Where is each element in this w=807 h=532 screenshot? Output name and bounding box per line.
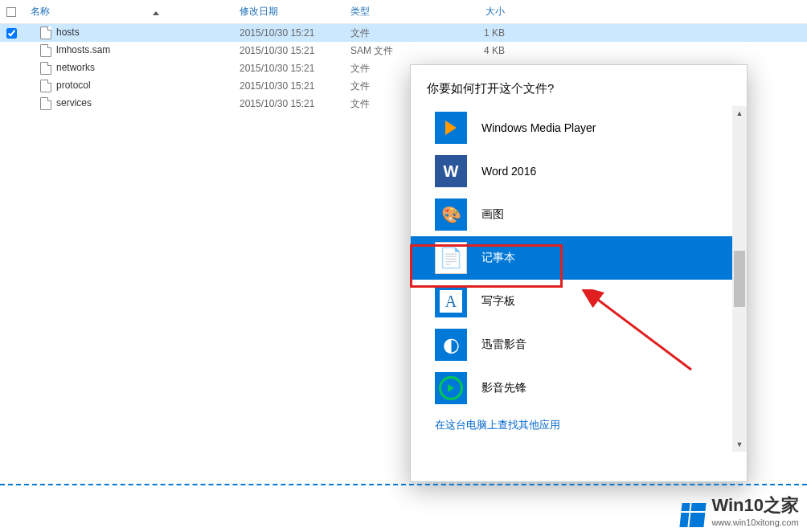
decorative-divider: [0, 484, 807, 485]
app-item[interactable]: Windows Media Player: [411, 106, 747, 149]
file-checkbox[interactable]: [6, 28, 17, 39]
scroll-down-arrow[interactable]: ▼: [732, 437, 747, 452]
file-icon: [40, 44, 51, 57]
file-name: hosts: [56, 27, 80, 38]
file-date: 2015/10/30 15:21: [240, 80, 344, 92]
app-label: 记事本: [481, 251, 515, 265]
app-list: Windows Media Player W Word 2016 画图 记事本 …: [411, 106, 747, 452]
file-name: protocol: [56, 80, 91, 91]
file-name: lmhosts.sam: [56, 44, 110, 55]
column-header-name[interactable]: 名称: [23, 5, 240, 18]
file-row[interactable]: hosts 2015/10/30 15:21 文件 1 KB: [0, 24, 807, 42]
app-label: Word 2016: [481, 165, 536, 178]
file-name: networks: [56, 62, 95, 73]
file-icon: [40, 80, 51, 92]
column-header-size[interactable]: 大小: [424, 5, 513, 18]
word-icon: W: [435, 155, 467, 187]
wordpad-icon: [435, 285, 467, 317]
windows-logo-icon: [680, 503, 707, 527]
app-label: 迅雷影音: [481, 338, 526, 352]
app-item[interactable]: 写字板: [411, 280, 747, 323]
watermark: Win10之家 www.win10xitong.com: [681, 493, 799, 527]
file-type: 文件: [344, 27, 424, 40]
file-name: services: [56, 97, 92, 108]
file-icon: [40, 27, 51, 39]
scroll-up-arrow[interactable]: ▲: [732, 106, 747, 121]
file-date: 2015/10/30 15:21: [240, 27, 344, 39]
file-date: 2015/10/30 15:21: [240, 63, 344, 74]
file-date: 2015/10/30 15:21: [240, 45, 344, 56]
file-icon: [40, 97, 51, 110]
file-size: 1 KB: [424, 27, 513, 39]
app-label: 影音先锋: [481, 381, 526, 395]
player-icon: [435, 372, 467, 404]
wmp-icon: [435, 112, 467, 144]
thunder-icon: [435, 329, 467, 361]
app-item[interactable]: 画图: [411, 193, 747, 236]
paint-icon: [435, 198, 467, 231]
app-label: Windows Media Player: [481, 121, 596, 134]
app-item[interactable]: 记事本: [411, 236, 747, 280]
watermark-url: www.win10xitong.com: [711, 518, 799, 527]
select-all-checkbox[interactable]: [6, 7, 16, 17]
app-item[interactable]: 迅雷影音: [411, 323, 747, 366]
file-type: SAM 文件: [344, 44, 424, 58]
app-item[interactable]: 影音先锋: [411, 366, 747, 410]
file-icon: [40, 62, 51, 75]
file-date: 2015/10/30 15:21: [240, 98, 344, 109]
watermark-title: Win10之家: [711, 493, 799, 518]
column-header-row: 名称 修改日期 类型 大小: [0, 0, 807, 24]
app-label: 画图: [481, 207, 504, 222]
scrollbar-thumb[interactable]: [734, 251, 745, 307]
app-item[interactable]: W Word 2016: [411, 149, 747, 193]
scrollbar-track[interactable]: ▲ ▼: [732, 106, 747, 452]
open-with-dialog: 你要如何打开这个文件? Windows Media Player W Word …: [410, 64, 748, 482]
find-other-apps-link[interactable]: 在这台电脑上查找其他应用: [411, 410, 747, 440]
dialog-title: 你要如何打开这个文件?: [411, 81, 747, 106]
file-row[interactable]: lmhosts.sam 2015/10/30 15:21 SAM 文件 4 KB: [0, 42, 807, 59]
column-header-type[interactable]: 类型: [344, 5, 424, 18]
notepad-icon: [435, 242, 467, 274]
file-size: 4 KB: [424, 45, 513, 56]
column-header-date[interactable]: 修改日期: [240, 5, 344, 18]
app-label: 写字板: [481, 294, 515, 309]
